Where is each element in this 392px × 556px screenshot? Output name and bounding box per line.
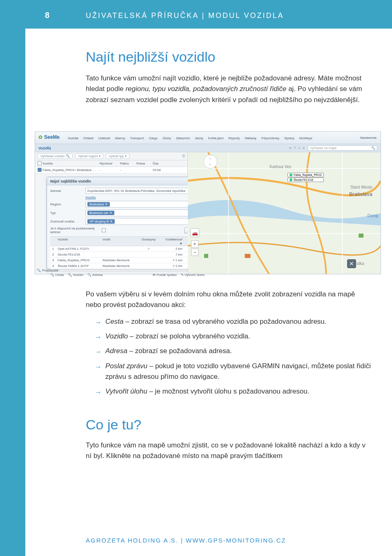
menu-item[interactable]: Reporty xyxy=(228,136,240,140)
list-item: →Vozidlo – zobrazí se poloha vybraného v… xyxy=(95,331,372,342)
result-row[interactable]: 3Fabia_Ruptela_PRO3Rastislav Benčurík7.1… xyxy=(50,258,205,263)
foot-vozidlo[interactable]: 🔍 Vozidlo xyxy=(68,273,83,277)
label-region: Región: xyxy=(50,202,83,206)
city-label: Karlova Ves xyxy=(270,165,291,169)
heading-whats-here: Co je tu? xyxy=(86,417,372,433)
menu-settings[interactable]: Nastavenia xyxy=(360,136,376,140)
menu-item[interactable]: Správy xyxy=(284,136,294,140)
arrow-right-icon: → xyxy=(95,387,102,398)
row-checkbox[interactable] xyxy=(38,168,42,172)
address-input[interactable]: Kopčianska 6057, 851 01 Bratislava-Petrž… xyxy=(85,188,205,194)
arrow-right-icon: → xyxy=(95,317,102,328)
available-checkbox[interactable] xyxy=(102,228,106,232)
zoom-in-button[interactable]: + xyxy=(191,240,198,248)
region-input[interactable]: Bratislava ✕✕ ▾ xyxy=(85,201,205,208)
app-logo: SeeMe xyxy=(38,134,60,140)
list-item: →Vytvořit úlohu – je možnost vytvořit úl… xyxy=(95,386,372,397)
side-strip xyxy=(0,0,25,556)
menu-item[interactable]: Cargo xyxy=(149,136,158,140)
label-available: Je k dispozícii na požadovanej adrese: xyxy=(50,227,99,234)
p3-text: Tyto funkce vám na mapě umožní zjistit, … xyxy=(86,440,372,462)
app-screenshot: SeeMe VozidláOblastiUdálostiAlarmyTransp… xyxy=(35,131,381,274)
skill-input[interactable]: VP skupiny B ✕✕ ▾ xyxy=(85,218,205,225)
main-menu: VozidláOblastiUdálostiAlarmyTransportCar… xyxy=(68,132,312,144)
dialog-titlebar: Nájsť najbližšie vozidlo ✕ xyxy=(47,177,208,185)
document-header: UŽIVATELSKÁ PŘÍRUČKA | MODUL VOZIDLA xyxy=(86,11,284,20)
dialog-title: Nájsť najbližšie vozidlo xyxy=(50,179,91,183)
zoom-control: + − xyxy=(191,240,198,257)
zoom-out-button[interactable]: − xyxy=(191,249,198,256)
arrow-right-icon[interactable]: ⇥ xyxy=(302,146,305,150)
select-all-checkbox[interactable] xyxy=(38,161,42,165)
menu-item[interactable]: Úlohy xyxy=(163,136,171,140)
vehicle-markers: Fabia_Ruptela_PRO3 Škoda FELICIA xyxy=(287,173,324,182)
menu-item[interactable]: Mobileye xyxy=(299,136,312,140)
menu-item[interactable]: Kniha jázd xyxy=(208,136,223,140)
vehicles-tab-bar: Vozidlá ⇤ ⇡ ⇣ ⇥ Vyhľadať na mape 🔍 xyxy=(35,144,381,152)
page-number: 8 xyxy=(45,11,50,20)
tab-nav-icons: ⇤ ⇡ ⇣ ⇥ xyxy=(290,146,305,150)
filter-region-select[interactable]: Vybrať región ▾ xyxy=(75,153,103,159)
label-type: Typ: xyxy=(50,211,83,215)
menu-item[interactable]: Vozidlá xyxy=(68,136,78,140)
map-pin-icon[interactable]: ✕ xyxy=(347,259,356,268)
svg-rect-1 xyxy=(245,254,250,258)
menu-item[interactable]: Jazdy xyxy=(195,136,203,140)
direction-control[interactable]: ⌃⌄ xyxy=(203,155,217,169)
menu-item[interactable]: Události xyxy=(98,136,110,140)
map-search-placeholder: Vyhľadať na mape xyxy=(310,146,337,150)
arrow-right-icon: → xyxy=(95,332,102,342)
foot-cesta[interactable]: 🔍 Cesta xyxy=(50,273,64,277)
arrow-down-icon[interactable]: ⇣ xyxy=(298,146,301,150)
filter-menu-icon[interactable]: ☰ xyxy=(182,154,185,158)
tag-type: Business car ✕ xyxy=(87,211,114,215)
menu-item[interactable]: Pripomienky xyxy=(261,136,279,140)
results-table: Vozidlo Vodič Dostupný Vzdialenosť ▲ Trv… xyxy=(50,236,205,269)
map-canvas[interactable]: Karlova Ves Staré Mesto Bratislava Petrž… xyxy=(188,152,381,274)
foot-adresa[interactable]: 🔍 Adresa xyxy=(87,273,102,277)
car-icon[interactable]: 🚗 xyxy=(190,228,199,237)
menu-item[interactable]: Náklady xyxy=(245,136,256,140)
marker-2[interactable]: Škoda FELICIA xyxy=(287,178,324,182)
label-skill: Zručnosti vodiča: xyxy=(50,220,83,223)
tag-region: Bratislava ✕ xyxy=(87,202,110,207)
svg-rect-2 xyxy=(359,234,363,238)
marker-1[interactable]: Fabia_Ruptela_PRO3 xyxy=(287,173,324,177)
result-row[interactable]: 4Škoda FABIA 1,2HTPRastislav Benčurík7.1… xyxy=(50,263,205,269)
filter-row: Vyhľadať vozidlo 🔍 Vybrať región ▾ Vybra… xyxy=(35,152,187,160)
arrow-up-icon[interactable]: ⇡ xyxy=(294,146,296,150)
foot-send-message[interactable]: ✉ Poslať správu xyxy=(153,273,176,277)
menu-item[interactable]: Zákazníci xyxy=(176,136,190,140)
dialog-footer: 🔍 Cesta 🔍 Vozidlo 🔍 Adresa ✉ Poslať sprá… xyxy=(47,271,208,278)
type-input[interactable]: Business car ✕✕ ▾ xyxy=(85,209,205,216)
p2-text: Po vašem výběru si v levém dolním rohu o… xyxy=(86,289,372,311)
arrow-right-icon: → xyxy=(95,362,102,372)
svg-rect-3 xyxy=(204,254,208,258)
vehicle-table-header: Vozidlo Rýchlosť Palivo Prava Čas xyxy=(35,160,187,167)
result-row[interactable]: 2Skoda FELICIA7 km08m xyxy=(50,252,205,258)
intro-paragraph: Tato funkce vám umožní najít vozidlo, kt… xyxy=(86,73,372,105)
vehicle-table-row[interactable]: Fabia_Ruptela_PRO3 / Bratislava … - - 52… xyxy=(35,167,187,173)
search-icon: 🔍 xyxy=(371,146,375,150)
river-label: Dunaj xyxy=(368,214,378,218)
map-search-input[interactable]: Vyhľadať na mape 🔍 xyxy=(308,145,377,151)
action-list: →Cesta – zobrazí se trasa od vybraného v… xyxy=(95,316,372,397)
city-label: Staré Mesto xyxy=(350,185,372,189)
filter-type-select[interactable]: Vybrať typ ▾ xyxy=(106,153,129,159)
list-item: →Adresa – zobrazí se požadovaná adresa. xyxy=(95,346,372,356)
tab-vehicles[interactable]: Vozidlá xyxy=(38,146,51,150)
find-nearest-vehicle-dialog: Nájsť najbližšie vozidlo ✕ Adresa: Kopči… xyxy=(47,177,208,269)
vozidlo-link[interactable]: Vozidlo xyxy=(85,196,96,199)
city-label: Bratislava xyxy=(349,191,372,197)
arrow-left-icon[interactable]: ⇤ xyxy=(290,146,292,150)
menu-item[interactable]: Alarmy xyxy=(115,136,125,140)
menu-item[interactable]: Oblasti xyxy=(83,136,94,140)
menu-item[interactable]: Transport xyxy=(130,136,144,140)
filter-vehicle-select[interactable]: Vyhľadať vozidlo 🔍 xyxy=(38,153,73,159)
label-address: Adresa: xyxy=(50,189,83,193)
list-item: →Cesta – zobrazí se trasa od vybraného v… xyxy=(95,316,372,327)
app-menubar: SeeMe VozidláOblastiUdálostiAlarmyTransp… xyxy=(35,132,381,144)
p1-text-italic: regionu, typu vozidla, požadovaných zruč… xyxy=(125,85,286,93)
result-row[interactable]: 1Opel ASTRA 1.7CDTI✓2 km00m xyxy=(50,246,205,252)
tag-skill: VP skupiny B ✕ xyxy=(87,219,115,224)
